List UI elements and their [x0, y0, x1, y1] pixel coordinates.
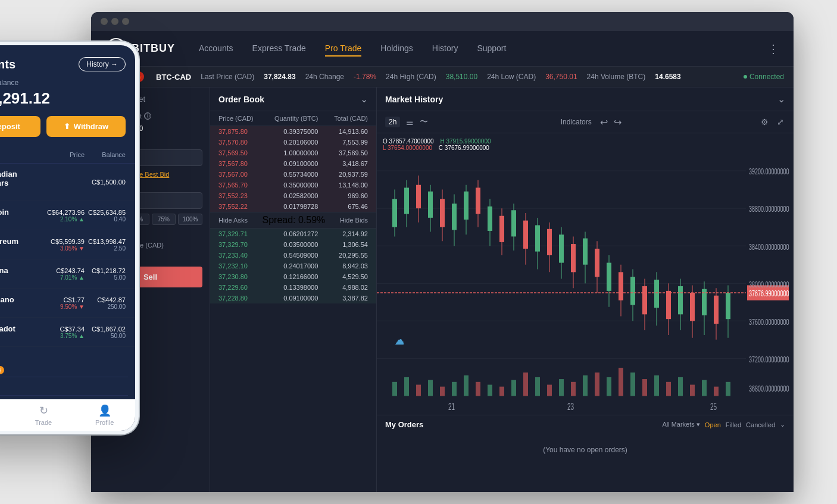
- ticker-pair[interactable]: BTC-CAD: [156, 73, 191, 82]
- bid-row[interactable]: 37,233.40 0.54509000 20,295.55: [210, 250, 376, 261]
- svg-text:23: 23: [567, 402, 574, 412]
- phone-asset-row[interactable]: ₳ Cardano ADA C$1.77 9.50% ▼ C$442.87 25…: [0, 289, 135, 318]
- svg-rect-74: [511, 380, 516, 396]
- asset-balance-coin: 5.00: [85, 274, 126, 281]
- timeframe-2h[interactable]: 2h: [385, 117, 400, 127]
- settings-icon[interactable]: ⚙: [760, 116, 770, 128]
- phone-asset-row[interactable]: ● Polkadot DOT C$37.34 3.75% ▲ C$1,867.0…: [0, 318, 135, 347]
- order-book-chevron[interactable]: ⌄: [360, 93, 368, 105]
- my-orders-chevron[interactable]: ⌄: [780, 421, 785, 428]
- asset-balance-cad: C$13,998.47: [85, 238, 126, 245]
- connected-text: Connected: [749, 73, 784, 81]
- asset-balance-col: C$442.87 250.00: [85, 296, 126, 310]
- svg-rect-21: [476, 187, 480, 214]
- mobile-phone: Accounts History → Total Est. Balance C$…: [0, 42, 139, 434]
- undo-icon[interactable]: ↩: [600, 117, 608, 128]
- open-filter[interactable]: Open: [705, 421, 721, 428]
- pct-100-btn[interactable]: 100%: [178, 214, 202, 225]
- bid-row[interactable]: 37,228.80 0.09100000 3,387.82: [210, 293, 376, 303]
- nav-link-pro-trade[interactable]: Pro Trade: [325, 41, 361, 57]
- ask-row[interactable]: 37,570.80 0.20106000 7,553.99: [210, 137, 376, 148]
- no-orders-message: (You have no open orders): [385, 434, 785, 466]
- ask-price: 37,875.80: [218, 128, 268, 135]
- chart-type-icon[interactable]: ⚌: [406, 117, 414, 127]
- more-options-icon[interactable]: ⋮: [767, 42, 779, 56]
- svg-text:38000.00000000: 38000.00000000: [749, 279, 789, 289]
- bid-row[interactable]: 37,329.70 0.03500000 1,306.54: [210, 239, 376, 250]
- cancelled-filter[interactable]: Cancelled: [746, 421, 775, 428]
- chart-wave-icon[interactable]: 〜: [420, 117, 428, 127]
- ask-qty: 0.20106000: [268, 139, 318, 146]
- ask-row[interactable]: 37,875.80 0.39375000 14,913.60: [210, 126, 376, 137]
- nav-link-support[interactable]: Support: [477, 41, 506, 57]
- filled-filter[interactable]: Filled: [726, 421, 741, 428]
- btc-icon-small: ₿: [0, 366, 4, 374]
- phone-nav-trade[interactable]: ↻ Trade: [13, 404, 74, 426]
- bid-price: 37,329.70: [218, 241, 268, 248]
- svg-rect-45: [619, 272, 623, 300]
- asset-change: 3.75% ▲: [43, 333, 85, 339]
- ask-qty: 1.00000000: [268, 149, 318, 156]
- bid-total: 4,988.02: [318, 284, 368, 291]
- order-book-title: Order Book: [218, 95, 264, 104]
- phone-asset-row[interactable]: Ξ Ethereum ETH C$5,599.39 3.05% ▼ C$13,9…: [0, 230, 135, 259]
- svg-rect-9: [404, 187, 409, 214]
- phone-balance-label: Total Est. Balance: [0, 79, 126, 87]
- bid-row[interactable]: 37,329.71 0.06201272 2,314.92: [210, 228, 376, 239]
- bid-row[interactable]: 37,232.10 0.24017000 8,942.03: [210, 261, 376, 271]
- svg-rect-71: [476, 382, 480, 396]
- svg-rect-61: [714, 296, 719, 324]
- redo-icon[interactable]: ↪: [614, 117, 621, 128]
- nav-link-accounts[interactable]: Accounts: [199, 41, 233, 57]
- asset-price-col: C$37.34 3.75% ▲: [43, 325, 85, 339]
- asset-balance-coin: 0.40: [85, 216, 126, 223]
- phone-withdraw-button[interactable]: ⬆ Withdraw: [46, 116, 126, 137]
- bid-total: 1,306.54: [318, 241, 368, 248]
- nav-link-history[interactable]: History: [432, 41, 458, 57]
- browser-window: C BITBUY Accounts Express Trade Pro Trad…: [91, 12, 794, 492]
- history-item-1: :50:47 pm Volume (BTC) 0.01379532 ₿: [0, 350, 128, 377]
- bid-total: 2,314.92: [318, 230, 368, 237]
- bids-list: 37,329.71 0.06201272 2,314.92 37,329.70 …: [210, 228, 376, 303]
- phone-deposit-button[interactable]: ⬇ Deposit: [0, 116, 40, 137]
- phone-nav-accounts[interactable]: ⌂ Accounts: [0, 404, 13, 426]
- bid-row[interactable]: 37,230.80 0.12166000 4,529.50: [210, 271, 376, 282]
- info-icon: ⓘ: [144, 112, 151, 120]
- phone-asset-row[interactable]: ₿ Bitcoin BTC C$64,273.96 2.10% ▲ C$25,6…: [0, 201, 135, 230]
- indicators-btn[interactable]: Indicators: [561, 118, 592, 126]
- ask-row[interactable]: 37,565.70 0.35000000 13,148.00: [210, 180, 376, 190]
- hide-bids-btn[interactable]: Hide Bids: [340, 217, 368, 224]
- asset-name-col: Ethereum ETH: [0, 237, 18, 253]
- bid-row[interactable]: 37,229.60 0.13398000 4,988.02: [210, 282, 376, 293]
- bid-qty: 0.03500000: [268, 241, 318, 248]
- market-history-chevron[interactable]: ⌄: [777, 93, 785, 105]
- asset-price-col: C$243.74 7.01% ▲: [43, 267, 85, 281]
- phone-asset-row[interactable]: 🇨🇦 Canadian Dollars CAD C$1,500.00: [0, 164, 135, 201]
- ticker-high-label: 24h High (CAD): [386, 73, 436, 81]
- all-markets-filter[interactable]: All Markets ▾: [662, 421, 699, 428]
- ask-row[interactable]: 37,567.80 0.09100000 3,418.67: [210, 158, 376, 169]
- bid-total: 3,387.82: [318, 295, 368, 302]
- nav-link-express-trade[interactable]: Express Trade: [252, 41, 306, 57]
- logo-text: BITBUY: [132, 42, 175, 55]
- asset-info: ₿ Bitcoin BTC: [0, 207, 43, 224]
- ask-row[interactable]: 37,567.00 0.55734000 20,937.59: [210, 169, 376, 180]
- spread-value: Spread: 0.59%: [248, 215, 340, 226]
- ticker-last-price: 37,824.83: [264, 73, 295, 81]
- asset-name: Bitcoin: [0, 208, 9, 217]
- ask-row[interactable]: 37,552.23 0.02582000 969.60: [210, 190, 376, 201]
- svg-rect-72: [488, 385, 492, 396]
- phone-asset-row[interactable]: ◎ Solana SOL C$243.74 7.01% ▲ C$1,218.72…: [0, 259, 135, 289]
- ask-row[interactable]: 37,569.50 1.00000000 37,569.50: [210, 148, 376, 158]
- nav-link-holdings[interactable]: Holdings: [380, 41, 413, 57]
- ticker-low: 36,750.01: [545, 73, 577, 81]
- fullscreen-icon[interactable]: ⤢: [776, 116, 785, 128]
- ask-row[interactable]: 37,552.22 0.01798728 675.46: [210, 201, 376, 212]
- phone-nav-profile[interactable]: 👤 Profile: [74, 404, 135, 426]
- hide-asks-btn[interactable]: Hide Asks: [218, 217, 248, 224]
- pct-75-btn[interactable]: 75%: [152, 214, 176, 225]
- ask-qty: 0.39375000: [268, 128, 318, 135]
- asset-price-col: C$5,599.39 3.05% ▼: [43, 238, 85, 252]
- asset-change: 7.01% ▲: [43, 274, 85, 281]
- phone-history-button[interactable]: History →: [79, 57, 126, 71]
